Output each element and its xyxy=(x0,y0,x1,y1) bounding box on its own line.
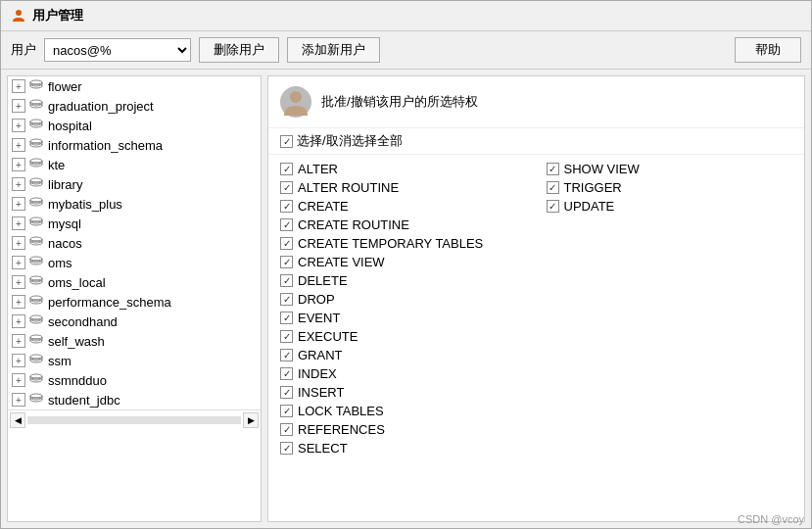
expand-icon[interactable]: + xyxy=(12,79,25,93)
expand-icon[interactable]: + xyxy=(12,295,25,309)
db-name-label: nacos xyxy=(48,236,82,251)
expand-icon[interactable]: + xyxy=(12,216,25,230)
expand-icon[interactable]: + xyxy=(12,373,25,387)
privilege-checkbox[interactable] xyxy=(280,423,293,436)
select-all-row[interactable]: 选择/取消选择全部 xyxy=(268,128,804,155)
db-tree-item[interactable]: + oms xyxy=(8,253,261,272)
window-title: 用户管理 xyxy=(32,7,83,24)
select-all-checkbox[interactable] xyxy=(280,135,293,148)
privilege-item[interactable]: DELETE xyxy=(280,272,527,289)
expand-icon[interactable]: + xyxy=(12,197,25,211)
privilege-item[interactable]: EVENT xyxy=(280,310,527,326)
privilege-item[interactable]: SHOW VIEW xyxy=(547,161,793,177)
privilege-item[interactable]: CREATE VIEW xyxy=(280,254,527,270)
expand-icon[interactable]: + xyxy=(12,334,25,348)
svg-point-41 xyxy=(30,276,42,280)
privilege-label: DROP xyxy=(298,292,335,307)
expand-icon[interactable]: + xyxy=(12,275,25,289)
privileges-col1: ALTERALTER ROUTINECREATECREATE ROUTINECR… xyxy=(280,161,527,515)
expand-icon[interactable]: + xyxy=(12,177,25,191)
expand-icon[interactable]: + xyxy=(12,354,25,367)
expand-icon[interactable]: + xyxy=(12,138,25,152)
expand-icon[interactable]: + xyxy=(12,236,25,250)
db-tree-item[interactable]: + mysql xyxy=(8,214,261,233)
privilege-checkbox[interactable] xyxy=(280,218,293,231)
privilege-checkbox[interactable] xyxy=(280,367,293,380)
db-tree-item[interactable]: + ssmndduo xyxy=(8,370,261,390)
privilege-item[interactable]: DROP xyxy=(280,291,527,308)
scroll-track[interactable] xyxy=(27,416,241,424)
privilege-checkbox[interactable] xyxy=(280,386,293,399)
user-description: 批准/撤销该用户的所选特权 xyxy=(321,93,478,111)
svg-point-53 xyxy=(30,335,42,339)
privileges-grid: ALTERALTER ROUTINECREATECREATE ROUTINECR… xyxy=(268,155,804,521)
privilege-checkbox[interactable] xyxy=(280,237,293,250)
privilege-checkbox[interactable] xyxy=(280,349,293,361)
db-tree-item[interactable]: + ssm xyxy=(8,351,261,370)
expand-icon[interactable]: + xyxy=(12,158,25,171)
privilege-item[interactable]: EXECUTE xyxy=(280,328,527,345)
svg-point-69 xyxy=(290,91,302,103)
database-icon xyxy=(28,157,44,172)
db-tree-item[interactable]: + student_jdbc xyxy=(8,390,261,409)
database-icon xyxy=(28,353,44,368)
privilege-checkbox[interactable] xyxy=(280,312,293,324)
svg-point-1 xyxy=(30,80,42,84)
db-name-label: mysql xyxy=(48,216,81,231)
database-icon xyxy=(28,176,44,192)
privilege-checkbox[interactable] xyxy=(280,181,293,194)
db-tree-item[interactable]: + self_wash xyxy=(8,331,261,351)
expand-icon[interactable]: + xyxy=(12,256,25,269)
privilege-checkbox[interactable] xyxy=(280,274,293,287)
db-tree-item[interactable]: + secondhand xyxy=(8,312,261,331)
privilege-item[interactable]: INSERT xyxy=(280,384,527,401)
db-tree-item[interactable]: + information_schema xyxy=(8,135,261,155)
help-button[interactable]: 帮助 xyxy=(735,37,801,63)
delete-user-button[interactable]: 删除用户 xyxy=(199,37,279,63)
tree-scroll-bar[interactable]: ◀ ▶ xyxy=(8,409,261,430)
privilege-checkbox[interactable] xyxy=(280,330,293,343)
privilege-label: UPDATE xyxy=(564,199,615,214)
scroll-left-btn[interactable]: ◀ xyxy=(10,412,25,428)
privilege-item[interactable]: ALTER ROUTINE xyxy=(280,179,527,196)
add-user-button[interactable]: 添加新用户 xyxy=(287,37,380,63)
db-tree-item[interactable]: + performance_schema xyxy=(8,292,261,312)
scroll-right-btn[interactable]: ▶ xyxy=(243,412,259,428)
expand-icon[interactable]: + xyxy=(12,393,25,407)
privilege-item[interactable]: REFERENCES xyxy=(280,421,527,438)
privilege-checkbox[interactable] xyxy=(280,256,293,268)
privilege-checkbox[interactable] xyxy=(547,200,559,213)
expand-icon[interactable]: + xyxy=(12,99,25,113)
db-tree-item[interactable]: + graduation_project xyxy=(8,96,261,116)
privilege-checkbox[interactable] xyxy=(547,163,559,175)
privilege-item[interactable]: CREATE xyxy=(280,198,527,215)
database-icon xyxy=(28,333,44,349)
privilege-checkbox[interactable] xyxy=(280,293,293,306)
db-tree-item[interactable]: + nacos xyxy=(8,233,261,253)
privilege-item[interactable]: TRIGGER xyxy=(547,179,793,196)
privilege-item[interactable]: INDEX xyxy=(280,365,527,382)
privilege-item[interactable]: CREATE ROUTINE xyxy=(280,216,527,233)
expand-icon[interactable]: + xyxy=(12,314,25,328)
privilege-checkbox[interactable] xyxy=(547,181,559,194)
privilege-item[interactable]: CREATE TEMPORARY TABLES xyxy=(280,235,527,252)
db-tree-item[interactable]: + hospital xyxy=(8,116,261,135)
privilege-item[interactable]: LOCK TABLES xyxy=(280,403,527,419)
privilege-checkbox[interactable] xyxy=(280,163,293,175)
db-tree-item[interactable]: + flower xyxy=(8,76,261,96)
privilege-label: LOCK TABLES xyxy=(298,404,384,418)
user-select[interactable]: nacos@% xyxy=(44,38,191,62)
privilege-item[interactable]: ALTER xyxy=(280,161,527,177)
db-tree-item[interactable]: + library xyxy=(8,174,261,194)
svg-point-61 xyxy=(30,374,42,378)
privilege-item[interactable]: UPDATE xyxy=(547,198,793,215)
privilege-checkbox[interactable] xyxy=(280,405,293,417)
privilege-checkbox[interactable] xyxy=(280,442,293,455)
privilege-item[interactable]: GRANT xyxy=(280,347,527,363)
privilege-checkbox[interactable] xyxy=(280,200,293,213)
db-tree-item[interactable]: + kte xyxy=(8,155,261,174)
privilege-item[interactable]: SELECT xyxy=(280,440,527,457)
db-tree-item[interactable]: + mybatis_plus xyxy=(8,194,261,214)
expand-icon[interactable]: + xyxy=(12,119,25,132)
db-tree-item[interactable]: + oms_local xyxy=(8,272,261,292)
